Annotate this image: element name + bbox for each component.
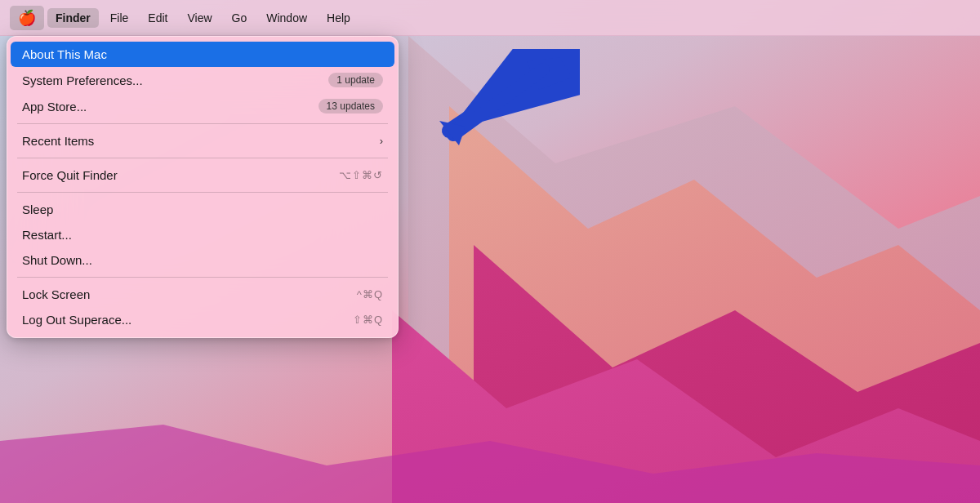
- menu-item-lock-screen[interactable]: Lock Screen ^⌘Q: [7, 282, 398, 307]
- separator-4: [17, 277, 388, 278]
- menu-item-system-prefs[interactable]: System Preferences... 1 update: [7, 67, 398, 93]
- about-label: About This Mac: [22, 47, 107, 61]
- menu-item-app-store[interactable]: App Store... 13 updates: [7, 93, 398, 119]
- lock-screen-label: Lock Screen: [22, 287, 90, 301]
- apple-dropdown-menu: About This Mac System Preferences... 1 u…: [7, 36, 399, 338]
- menu-item-recent-items[interactable]: Recent Items ›: [7, 128, 398, 154]
- menu-item-shutdown[interactable]: Shut Down...: [7, 247, 398, 273]
- system-prefs-label: System Preferences...: [22, 73, 143, 87]
- force-quit-shortcut: ⌥⇧⌘↺: [339, 169, 383, 181]
- menubar-edit[interactable]: Edit: [140, 8, 176, 28]
- menu-item-about[interactable]: About This Mac: [11, 42, 394, 67]
- shutdown-label: Shut Down...: [22, 253, 92, 267]
- menubar-help[interactable]: Help: [318, 8, 359, 28]
- app-store-label: App Store...: [22, 100, 87, 114]
- menu-item-logout[interactable]: Log Out Superace... ⇧⌘Q: [7, 307, 398, 332]
- logout-label: Log Out Superace...: [22, 313, 131, 327]
- menu-item-restart[interactable]: Restart...: [7, 222, 398, 247]
- separator-3: [17, 192, 388, 193]
- menu-item-force-quit[interactable]: Force Quit Finder ⌥⇧⌘↺: [7, 162, 398, 188]
- recent-items-label: Recent Items: [22, 134, 94, 148]
- menubar-window[interactable]: Window: [258, 8, 315, 28]
- restart-label: Restart...: [22, 228, 72, 242]
- menubar-view[interactable]: View: [179, 8, 220, 28]
- menubar-finder[interactable]: Finder: [47, 8, 99, 28]
- menubar-go[interactable]: Go: [224, 8, 256, 28]
- apple-menu-trigger[interactable]: 🍎: [10, 6, 44, 30]
- recent-items-chevron-icon: ›: [380, 135, 383, 147]
- app-store-badge: 13 updates: [318, 99, 383, 114]
- separator-1: [17, 123, 388, 124]
- separator-2: [17, 158, 388, 158]
- menubar-file[interactable]: File: [102, 8, 137, 28]
- force-quit-label: Force Quit Finder: [22, 168, 118, 182]
- system-prefs-badge: 1 update: [328, 73, 383, 87]
- menubar: 🍎 Finder File Edit View Go Window Help: [0, 0, 980, 36]
- menu-item-sleep[interactable]: Sleep: [7, 197, 398, 222]
- logout-shortcut: ⇧⌘Q: [353, 314, 383, 326]
- sleep-label: Sleep: [22, 203, 53, 216]
- lock-screen-shortcut: ^⌘Q: [357, 288, 383, 300]
